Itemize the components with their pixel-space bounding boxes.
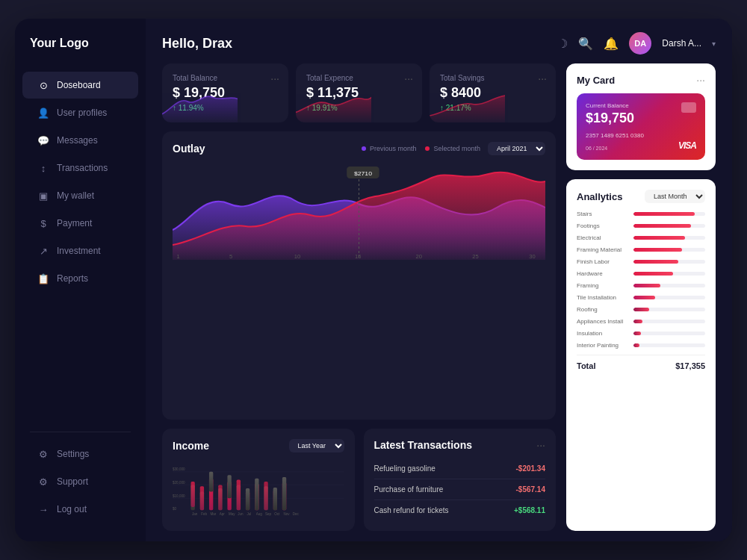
svg-rect-18 <box>190 482 194 507</box>
analytics-label-4: Finish Labor <box>577 258 629 265</box>
nav-label-transactions: Transactions <box>57 163 108 173</box>
svg-text:May: May <box>229 511 235 515</box>
svg-text:Oct: Oct <box>274 511 280 515</box>
analytics-bar-fill-6 <box>633 284 660 287</box>
bottom-row: Income Last Year <box>162 429 556 531</box>
analytics-header: Anallytics Last Month <box>577 190 705 203</box>
balance-label: Current Balance <box>586 102 696 109</box>
analytics-bar-bg-7 <box>633 296 705 299</box>
legend-dot-prev <box>362 146 366 151</box>
my-card-more[interactable]: ··· <box>696 74 705 86</box>
stat-card-more-2[interactable]: ··· <box>538 72 547 84</box>
sidebar-item-dashboard[interactable]: ⊙ Doseboard <box>22 72 138 99</box>
tx-amount-1: -$567.14 <box>516 485 545 494</box>
analytics-label-11: Interior Painting <box>577 342 629 349</box>
svg-text:15: 15 <box>355 253 361 260</box>
theme-toggle-icon[interactable]: ☽ <box>557 37 568 51</box>
legend-dot-sel <box>425 146 430 151</box>
analytics-bar-fill-2 <box>633 236 685 240</box>
username-label: Darsh A... <box>662 38 701 49</box>
my-card-section: My Card ··· Current Balance $19,750 2357… <box>566 63 716 170</box>
chart-legend: Previous month Selected month <box>362 145 480 152</box>
search-icon[interactable]: 🔍 <box>578 37 593 51</box>
stat-card-0: ··· Total Balance $ 19,750 ↑ 11.94% <box>162 63 288 122</box>
analytics-bar-fill-0 <box>633 212 695 216</box>
svg-text:Jan: Jan <box>192 511 198 515</box>
svg-text:5: 5 <box>229 253 232 260</box>
nav-icon-logout: → <box>37 503 49 515</box>
svg-rect-28 <box>237 479 241 510</box>
sidebar-bottom: ⚙ Settings ⚙ Support → Log out <box>15 440 146 523</box>
analytics-label-8: Roofing <box>577 306 629 313</box>
dashboard: Your Logo ⊙ Doseboard 👤 User profiles 💬 … <box>15 19 732 541</box>
visa-logo: VISA <box>678 140 696 151</box>
svg-rect-24 <box>218 485 222 511</box>
nav-label-investment: Investment <box>57 246 101 256</box>
sidebar-item-investment[interactable]: ↗ Investment <box>22 237 138 264</box>
stat-card-1: ··· Total Expence $ 11,375 ↑ 19.91% <box>296 63 422 122</box>
analytics-bar-fill-10 <box>633 332 641 335</box>
analytics-label-0: Stairs <box>577 211 629 217</box>
transactions-more[interactable]: ··· <box>536 439 545 451</box>
analytics-bar-bg-5 <box>633 272 705 276</box>
sidebar-item-settings[interactable]: ⚙ Settings <box>22 441 138 467</box>
analytics-label-3: Framing Material <box>577 246 629 253</box>
sidebar-item-support[interactable]: ⚙ Support <box>22 468 138 495</box>
sidebar-item-transactions[interactable]: ↕ Transactions <box>22 155 138 181</box>
avatar[interactable]: DA <box>629 32 651 55</box>
analytics-bar-fill-11 <box>633 343 639 347</box>
analytics-label-6: Framing <box>577 282 629 289</box>
analytics-bar-fill-5 <box>633 272 673 276</box>
sidebar-item-reports[interactable]: 📋 Reports <box>22 265 138 292</box>
sidebar-item-logout[interactable]: → Log out <box>22 496 138 523</box>
analytics-bar-bg-4 <box>633 260 705 264</box>
analytics-label-1: Footings <box>577 223 629 229</box>
analytics-row: Roofing <box>577 306 705 313</box>
analytics-row: Interior Painting <box>577 342 705 349</box>
analytics-filter[interactable]: Last Month <box>645 190 705 203</box>
income-card: Income Last Year <box>162 429 355 531</box>
outlay-card-header: Outlay Previous month Selected month <box>173 142 545 155</box>
legend-previous: Previous month <box>362 145 417 152</box>
analytics-bars: Stairs Footings Electrical Framing Mater… <box>577 211 705 349</box>
svg-text:$20,000: $20,000 <box>173 480 185 484</box>
svg-text:$0: $0 <box>173 507 176 511</box>
total-label: Total <box>577 361 595 370</box>
month-selector[interactable]: April 2021 <box>488 142 545 155</box>
sidebar-item-payment[interactable]: $ Payment <box>22 210 138 237</box>
nav-label-support: Support <box>57 476 88 487</box>
nav-label-payment: Payment <box>57 218 92 228</box>
stat-card-more-0[interactable]: ··· <box>270 72 279 84</box>
outlay-chart-svg: $2710 1 5 10 15 20 25 30 <box>173 163 545 260</box>
svg-text:Mar: Mar <box>210 511 216 515</box>
my-card-title: My Card <box>577 75 615 86</box>
analytics-bar-fill-4 <box>633 260 678 264</box>
sidebar-item-messages[interactable]: 💬 Messages <box>22 127 138 154</box>
analytics-bar-bg-2 <box>633 236 705 240</box>
stat-label-0: Total Balance <box>173 74 278 82</box>
chevron-down-icon[interactable]: ▾ <box>712 40 716 48</box>
notification-icon[interactable]: 🔔 <box>604 37 619 51</box>
analytics-row: Finish Labor <box>577 258 705 265</box>
legend-selected: Selected month <box>425 145 480 152</box>
svg-text:Nov: Nov <box>283 511 290 515</box>
analytics-bar-fill-3 <box>633 248 682 252</box>
svg-text:10: 10 <box>294 253 300 260</box>
analytics-bar-bg-11 <box>633 343 705 347</box>
nav-icon-reports: 📋 <box>37 273 49 284</box>
analytics-row: Electrical <box>577 234 705 241</box>
svg-text:30: 30 <box>529 253 535 260</box>
transactions-title: Latest Transactions <box>374 439 473 451</box>
year-selector[interactable]: Last Year <box>289 439 344 452</box>
sidebar-item-my-wallet[interactable]: ▣ My wallet <box>22 182 138 209</box>
svg-rect-30 <box>246 488 249 510</box>
nav-icon-my-wallet: ▣ <box>37 190 49 202</box>
svg-rect-34 <box>264 482 267 510</box>
nav-icon-payment: $ <box>37 217 49 229</box>
stat-card-more-1[interactable]: ··· <box>404 72 413 84</box>
svg-text:$10,000: $10,000 <box>173 494 185 497</box>
sidebar-item-user-profiles[interactable]: 👤 User profiles <box>22 99 138 126</box>
total-value: $17,355 <box>675 361 705 370</box>
svg-rect-20 <box>200 486 204 510</box>
income-title: Income <box>173 440 209 452</box>
